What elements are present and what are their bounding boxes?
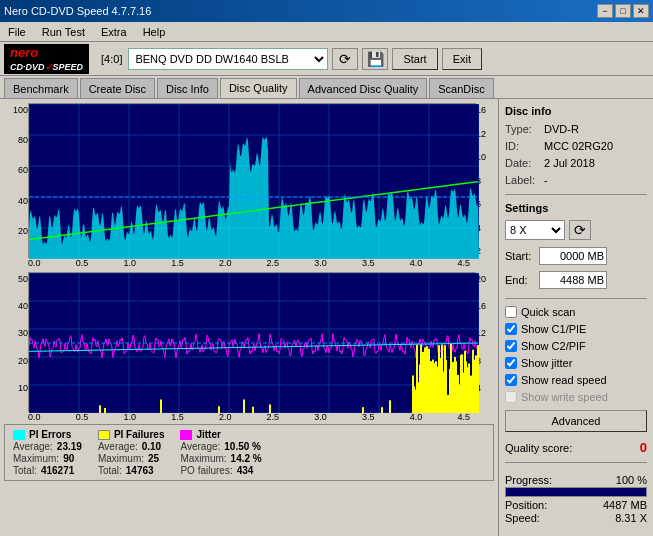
menu-extra[interactable]: Extra — [97, 24, 131, 40]
quality-row: Quality score: 0 — [505, 440, 647, 455]
show-write-speed-row: Show write speed — [505, 391, 647, 403]
start-mb-row: Start: — [505, 247, 647, 265]
app-title: Nero CD-DVD Speed 4.7.7.16 — [4, 5, 151, 17]
save-button[interactable]: 💾 — [362, 48, 388, 70]
tab-scan-disc[interactable]: ScanDisc — [429, 78, 493, 98]
disc-id-row: ID: MCC 02RG20 — [505, 140, 647, 152]
right-panel: Disc info Type: DVD-R ID: MCC 02RG20 Dat… — [498, 99, 653, 536]
progress-value: 100 % — [616, 474, 647, 486]
bottom-x-axis: 0.00.51.01.52.02.53.03.54.04.5 — [4, 412, 494, 422]
show-write-speed-checkbox[interactable] — [505, 391, 517, 403]
show-jitter-row: Show jitter — [505, 357, 647, 369]
show-c1pie-checkbox[interactable] — [505, 323, 517, 335]
jitter-title: Jitter — [196, 429, 220, 440]
pi-errors-title: PI Errors — [29, 429, 71, 440]
advanced-button[interactable]: Advanced — [505, 410, 647, 432]
start-button[interactable]: Start — [392, 48, 437, 70]
progress-section: Progress: 100 % Position: 4487 MB Speed:… — [505, 474, 647, 525]
end-mb-row: End: — [505, 271, 647, 289]
start-mb-input[interactable] — [539, 247, 607, 265]
show-c2pif-checkbox[interactable] — [505, 340, 517, 352]
app-logo: nero CD·DVD✓SPEED — [4, 44, 89, 74]
show-c1pie-label: Show C1/PIE — [521, 323, 586, 335]
titlebar-title: Nero CD-DVD Speed 4.7.7.16 — [4, 5, 151, 17]
top-chart — [28, 103, 476, 258]
quick-scan-checkbox[interactable] — [505, 306, 517, 318]
quality-value: 0 — [640, 440, 647, 455]
bottom-chart — [28, 272, 476, 412]
pi-errors-color — [13, 430, 25, 440]
legend-jitter: Jitter Average: 10.50 % Maximum: 14.2 % … — [180, 429, 261, 476]
speed-row: 8 X ⟳ — [505, 220, 647, 240]
refresh-button[interactable]: ⟳ — [332, 48, 358, 70]
menubar: File Run Test Extra Help — [0, 22, 653, 42]
close-button[interactable]: ✕ — [633, 4, 649, 18]
menu-file[interactable]: File — [4, 24, 30, 40]
divider-1 — [505, 194, 647, 195]
divider-2 — [505, 298, 647, 299]
position-label: Position: — [505, 499, 547, 511]
exit-button[interactable]: Exit — [442, 48, 482, 70]
quality-label: Quality score: — [505, 442, 572, 454]
show-read-speed-row: Show read speed — [505, 374, 647, 386]
menu-run-test[interactable]: Run Test — [38, 24, 89, 40]
settings-refresh-btn[interactable]: ⟳ — [569, 220, 591, 240]
tab-disc-quality[interactable]: Disc Quality — [220, 78, 297, 98]
bottom-y-axis-left: 50 40 30 20 10 — [4, 272, 28, 412]
pi-failures-title: PI Failures — [114, 429, 165, 440]
pi-failures-color — [98, 430, 110, 440]
progress-label: Progress: — [505, 474, 552, 486]
disc-label-row: Label: - — [505, 174, 647, 186]
legend-pi-failures: PI Failures Average: 0.10 Maximum: 25 To… — [98, 429, 165, 476]
top-chart-wrapper: 100 80 60 40 20 16 12 10 8 6 4 2 — [4, 103, 494, 258]
show-jitter-checkbox[interactable] — [505, 357, 517, 369]
speed-row: Speed: 8.31 X — [505, 512, 647, 524]
legend: PI Errors Average: 23.19 Maximum: 90 Tot… — [4, 424, 494, 481]
disc-info-title: Disc info — [505, 105, 647, 117]
tab-create-disc[interactable]: Create Disc — [80, 78, 155, 98]
main-content: 100 80 60 40 20 16 12 10 8 6 4 2 — [0, 99, 653, 536]
speed-label: Speed: — [505, 512, 540, 524]
progress-row: Progress: 100 % — [505, 474, 647, 486]
show-jitter-label: Show jitter — [521, 357, 572, 369]
show-c2pif-label: Show C2/PIF — [521, 340, 586, 352]
minimize-button[interactable]: − — [597, 4, 613, 18]
disc-type-row: Type: DVD-R — [505, 123, 647, 135]
show-read-speed-checkbox[interactable] — [505, 374, 517, 386]
bottom-chart-wrapper: 50 40 30 20 10 20 16 12 8 4 — [4, 272, 494, 412]
titlebar: Nero CD-DVD Speed 4.7.7.16 − □ ✕ — [0, 0, 653, 22]
tab-benchmark[interactable]: Benchmark — [4, 78, 78, 98]
legend-pi-errors: PI Errors Average: 23.19 Maximum: 90 Tot… — [13, 429, 82, 476]
speed-value: 8.31 X — [615, 512, 647, 524]
position-row: Position: 4487 MB — [505, 499, 647, 511]
tab-advanced-disc-quality[interactable]: Advanced Disc Quality — [299, 78, 428, 98]
position-value: 4487 MB — [603, 499, 647, 511]
maximize-button[interactable]: □ — [615, 4, 631, 18]
progress-bar — [506, 488, 646, 496]
show-write-speed-label: Show write speed — [521, 391, 608, 403]
divider-3 — [505, 462, 647, 463]
speed-select[interactable]: 8 X — [505, 220, 565, 240]
top-x-axis: 0.00.51.01.52.02.53.03.54.04.5 — [4, 258, 494, 268]
drive-select[interactable]: BENQ DVD DD DW1640 BSLB — [128, 48, 328, 70]
show-c2pif-row: Show C2/PIF — [505, 340, 647, 352]
tab-disc-info[interactable]: Disc Info — [157, 78, 218, 98]
quick-scan-label: Quick scan — [521, 306, 575, 318]
jitter-color — [180, 430, 192, 440]
menu-help[interactable]: Help — [139, 24, 170, 40]
toolbar: nero CD·DVD✓SPEED [4:0] BENQ DVD DD DW16… — [0, 42, 653, 76]
show-c1pie-row: Show C1/PIE — [505, 323, 647, 335]
tabs: Benchmark Create Disc Disc Info Disc Qua… — [0, 76, 653, 99]
top-y-axis-left: 100 80 60 40 20 — [4, 103, 28, 258]
end-mb-input[interactable] — [539, 271, 607, 289]
chart-area: 100 80 60 40 20 16 12 10 8 6 4 2 — [0, 99, 498, 536]
drive-label: [4:0] — [99, 53, 124, 65]
progress-bar-container — [505, 487, 647, 497]
show-read-speed-label: Show read speed — [521, 374, 607, 386]
quick-scan-row: Quick scan — [505, 306, 647, 318]
titlebar-controls: − □ ✕ — [597, 4, 649, 18]
settings-title: Settings — [505, 202, 647, 214]
disc-date-row: Date: 2 Jul 2018 — [505, 157, 647, 169]
